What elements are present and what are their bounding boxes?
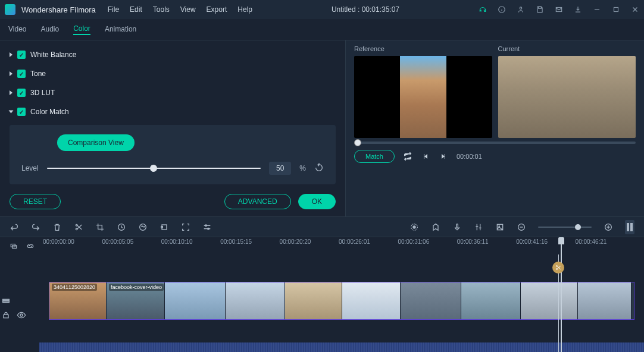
next-frame-icon[interactable] xyxy=(439,152,448,161)
checkbox-white-balance[interactable] xyxy=(17,51,26,59)
svg-point-23 xyxy=(413,226,415,228)
sliders-icon[interactable] xyxy=(202,222,212,232)
user-icon[interactable] xyxy=(517,5,525,14)
record-icon[interactable] xyxy=(409,222,419,232)
tab-video[interactable]: Video xyxy=(8,25,26,34)
cut-icon[interactable] xyxy=(74,222,83,232)
clip-4[interactable] xyxy=(226,282,285,319)
track-controls xyxy=(1,296,26,320)
zoom-out-icon[interactable] xyxy=(517,222,526,232)
video-track[interactable]: 34041125002820 facebook-cover-video xyxy=(49,282,634,320)
prev-frame-icon[interactable] xyxy=(421,152,430,161)
tick-8: 00:00:41:16 xyxy=(516,238,548,245)
split-marker-icon[interactable] xyxy=(552,262,564,274)
preview-row: Reference Current xyxy=(354,45,636,138)
speed-icon[interactable] xyxy=(117,222,126,232)
clip-5[interactable] xyxy=(285,282,342,319)
menu-tools[interactable]: Tools xyxy=(153,5,170,14)
app-logo-icon xyxy=(5,4,15,15)
clip-10[interactable] xyxy=(578,282,632,319)
download-icon[interactable] xyxy=(574,5,582,14)
playhead[interactable] xyxy=(561,237,562,352)
svg-rect-37 xyxy=(3,301,10,303)
section-tone[interactable]: Tone xyxy=(10,64,336,83)
zoom-thumb[interactable] xyxy=(575,224,581,230)
clip-8[interactable] xyxy=(461,282,521,319)
label-3dlut: 3D LUT xyxy=(30,89,55,97)
marker-icon[interactable] xyxy=(431,222,440,232)
clip-6[interactable] xyxy=(342,282,401,319)
lock-icon[interactable] xyxy=(1,310,11,320)
scrubber-thumb[interactable] xyxy=(354,139,361,146)
crop-icon[interactable] xyxy=(95,222,105,232)
timeline-playhead[interactable] xyxy=(558,254,559,352)
preview-scrubber[interactable] xyxy=(354,142,636,144)
snap-button[interactable] xyxy=(625,220,634,234)
undo-icon[interactable] xyxy=(10,222,19,232)
audio-waveform[interactable] xyxy=(39,342,644,352)
headset-icon[interactable] xyxy=(479,5,487,14)
timeline-toolbar xyxy=(0,216,644,237)
svg-rect-36 xyxy=(3,299,10,300)
playhead-handle[interactable] xyxy=(558,237,564,244)
timeline-area[interactable]: 34041125002820 facebook-cover-video xyxy=(0,254,644,352)
section-color-match[interactable]: Color Match xyxy=(10,102,336,121)
reset-level-icon[interactable] xyxy=(314,163,324,174)
image-icon[interactable] xyxy=(495,222,505,232)
slider-thumb[interactable] xyxy=(150,165,157,172)
menu-file[interactable]: File xyxy=(108,5,119,14)
maximize-icon[interactable] xyxy=(612,5,620,14)
clip-1[interactable]: 34041125002820 xyxy=(49,282,107,319)
menu-view[interactable]: View xyxy=(180,5,196,14)
track-add-icon[interactable] xyxy=(10,242,18,250)
checkbox-3dlut[interactable] xyxy=(17,89,26,97)
color-icon[interactable] xyxy=(138,222,148,232)
reset-button[interactable]: RESET xyxy=(10,194,61,209)
eye-icon[interactable] xyxy=(17,310,26,320)
checkbox-tone[interactable] xyxy=(17,70,26,78)
loop-icon[interactable] xyxy=(403,152,412,161)
delete-icon[interactable] xyxy=(52,222,62,232)
tab-color[interactable]: Color xyxy=(73,24,90,35)
menu-export[interactable]: Export xyxy=(207,5,227,14)
match-button[interactable]: Match xyxy=(354,150,395,163)
ruler-ticks[interactable]: 00:00:00:00 00:00:05:05 00:00:10:10 00:0… xyxy=(43,237,634,254)
timeline-ruler[interactable]: 00:00:00:00 00:00:05:05 00:00:10:10 00:0… xyxy=(0,237,644,254)
link-icon[interactable] xyxy=(26,242,35,250)
menu-edit[interactable]: Edit xyxy=(130,5,142,14)
mixer-icon[interactable] xyxy=(474,222,483,232)
info-icon[interactable] xyxy=(498,5,506,14)
level-value[interactable]: 50 xyxy=(269,162,291,175)
clip-9[interactable] xyxy=(521,282,578,319)
comparison-view-button[interactable]: Comparison View xyxy=(57,134,135,151)
mic-icon[interactable] xyxy=(452,222,462,232)
tab-audio[interactable]: Audio xyxy=(40,25,59,34)
clip-7[interactable] xyxy=(401,282,461,319)
clip-2[interactable]: facebook-cover-video xyxy=(107,282,165,319)
fullscreen-icon[interactable] xyxy=(181,222,190,232)
panel-buttons: RESET ADVANCED OK xyxy=(10,186,336,209)
section-3dlut[interactable]: 3D LUT xyxy=(10,83,336,102)
ok-button[interactable]: OK xyxy=(298,194,336,209)
caret-right-icon xyxy=(10,52,12,57)
zoom-slider[interactable] xyxy=(538,227,592,228)
menu-help[interactable]: Help xyxy=(237,5,252,14)
checkbox-color-match[interactable] xyxy=(17,108,26,116)
level-slider[interactable] xyxy=(47,168,261,169)
current-preview xyxy=(498,56,636,138)
redo-icon[interactable] xyxy=(31,222,40,232)
minimize-icon[interactable] xyxy=(593,5,601,14)
clip-3[interactable] xyxy=(165,282,226,319)
save-icon[interactable] xyxy=(536,5,544,14)
advanced-button[interactable]: ADVANCED xyxy=(224,194,291,209)
section-white-balance[interactable]: White Balance xyxy=(10,45,336,64)
tick-0: 00:00:00:00 xyxy=(43,238,74,245)
svg-point-40 xyxy=(557,269,558,270)
zoom-in-icon[interactable] xyxy=(604,222,613,232)
track-toggle-icon[interactable] xyxy=(1,296,11,306)
tab-animation[interactable]: Animation xyxy=(105,25,136,34)
level-row: Level 50 % xyxy=(21,162,324,175)
close-icon[interactable] xyxy=(631,5,639,14)
mail-icon[interactable] xyxy=(555,5,563,14)
freeze-icon[interactable] xyxy=(160,222,169,232)
